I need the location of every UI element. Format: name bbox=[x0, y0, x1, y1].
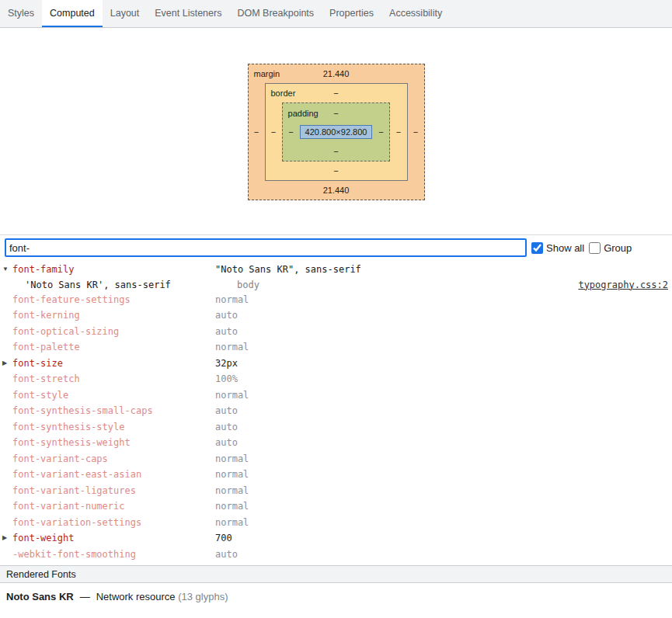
group-checkbox[interactable] bbox=[589, 242, 601, 254]
border-right-value[interactable]: − bbox=[390, 127, 406, 137]
computed-properties-list: ▼ font-family "Noto Sans KR", sans-serif… bbox=[0, 260, 672, 562]
property-value: auto bbox=[215, 419, 238, 436]
computed-filter-bar: Show all Group bbox=[0, 234, 672, 260]
computed-property-row[interactable]: ▶ font-weight 700 bbox=[0, 530, 672, 547]
margin-bottom-value[interactable]: 21.440 bbox=[323, 186, 350, 195]
padding-right-value[interactable]: − bbox=[372, 127, 389, 137]
group-toggle[interactable]: Group bbox=[589, 242, 632, 254]
tab-dom-breakpoints[interactable]: DOM Breakpoints bbox=[229, 0, 322, 27]
property-name: font-size bbox=[12, 356, 215, 372]
rendered-font-source: Network resource bbox=[96, 591, 176, 602]
rendered-font-name: Noto Sans KR bbox=[6, 591, 74, 602]
property-value: auto bbox=[215, 547, 238, 563]
computed-property-row[interactable]: font-variant-numeric normal bbox=[0, 498, 672, 515]
margin-top-value[interactable]: 21.440 bbox=[323, 69, 350, 78]
computed-property-row[interactable]: font-kerning auto bbox=[0, 307, 672, 324]
devtools-sidebar-tabbar: Styles Computed Layout Event Listeners D… bbox=[0, 0, 672, 28]
margin-label: margin bbox=[254, 69, 280, 78]
computed-property-row[interactable]: font-palette normal bbox=[0, 339, 672, 356]
padding-label: padding bbox=[288, 109, 319, 118]
property-name: font-family bbox=[12, 262, 215, 278]
filter-input[interactable] bbox=[5, 238, 527, 257]
computed-property-row[interactable]: -webkit-font-smoothing auto bbox=[0, 547, 672, 563]
margin-left-value[interactable]: − bbox=[249, 127, 265, 137]
expand-arrow-icon[interactable]: ▼ bbox=[2, 262, 11, 278]
tab-computed[interactable]: Computed bbox=[42, 0, 103, 27]
box-model-content-size[interactable]: 420.800×92.800 bbox=[300, 125, 373, 139]
trace-selector: body bbox=[237, 278, 259, 292]
computed-property-row[interactable]: ▼ font-family "Noto Sans KR", sans-serif bbox=[0, 262, 672, 278]
property-name: font-variation-settings bbox=[12, 515, 215, 531]
property-value: "Noto Sans KR", sans-serif bbox=[215, 262, 361, 278]
margin-right-value[interactable]: − bbox=[408, 127, 424, 137]
computed-property-row[interactable]: font-variant-ligatures normal bbox=[0, 483, 672, 499]
computed-property-row[interactable]: font-synthesis-weight auto bbox=[0, 435, 672, 451]
computed-property-row[interactable]: font-synthesis-small-caps auto bbox=[0, 403, 672, 419]
property-value: normal bbox=[215, 515, 249, 531]
computed-property-row[interactable]: font-synthesis-style auto bbox=[0, 419, 672, 436]
border-label: border bbox=[271, 89, 296, 98]
property-value: 32px bbox=[215, 356, 238, 372]
property-name: font-feature-settings bbox=[12, 292, 215, 308]
show-all-toggle[interactable]: Show all bbox=[531, 242, 584, 254]
property-value: normal bbox=[215, 339, 249, 356]
show-all-checkbox[interactable] bbox=[531, 242, 543, 254]
box-model-border: border − − padding − − 420.800×92.800 − bbox=[265, 83, 408, 181]
border-bottom-value[interactable]: − bbox=[333, 166, 338, 175]
border-left-value[interactable]: − bbox=[266, 127, 282, 137]
property-name: font-variant-east-asian bbox=[12, 467, 215, 483]
rendered-font-separator: — bbox=[80, 591, 90, 602]
computed-property-row[interactable]: font-variant-caps normal bbox=[0, 451, 672, 467]
trace-source-link[interactable]: typography.css:2 bbox=[578, 278, 668, 292]
property-value: normal bbox=[215, 498, 249, 515]
box-model-padding: padding − − 420.800×92.800 − − bbox=[282, 102, 391, 161]
expand-arrow-icon[interactable]: ▶ bbox=[2, 530, 11, 547]
property-name: font-variant-ligatures bbox=[12, 483, 215, 499]
property-name: font-style bbox=[12, 387, 215, 404]
tab-event-listeners[interactable]: Event Listeners bbox=[147, 0, 229, 27]
property-name: -webkit-font-smoothing bbox=[12, 547, 215, 563]
property-value: auto bbox=[215, 324, 238, 340]
computed-property-row[interactable]: font-feature-settings normal bbox=[0, 292, 672, 308]
property-name: font-optical-sizing bbox=[12, 324, 215, 340]
computed-property-row[interactable]: ▶ font-size 32px bbox=[0, 356, 672, 372]
property-trace-row: 'Noto Sans KR', sans-serif body typograp… bbox=[0, 278, 672, 292]
property-value: normal bbox=[215, 451, 249, 467]
tab-styles[interactable]: Styles bbox=[0, 0, 42, 27]
property-value: normal bbox=[215, 387, 249, 404]
property-name: font-variant-numeric bbox=[12, 498, 215, 515]
computed-property-row[interactable]: font-stretch 100% bbox=[0, 371, 672, 387]
property-value: auto bbox=[215, 307, 238, 324]
property-value: auto bbox=[215, 403, 238, 419]
property-value: 700 bbox=[215, 530, 232, 547]
expand-arrow-icon[interactable]: ▶ bbox=[2, 356, 11, 372]
padding-left-value[interactable]: − bbox=[283, 127, 300, 137]
box-model-margin: margin 21.440 − border − − padding − bbox=[248, 64, 425, 200]
computed-property-row[interactable]: font-optical-sizing auto bbox=[0, 324, 672, 340]
show-all-label: Show all bbox=[546, 242, 584, 254]
property-value: normal bbox=[215, 467, 249, 483]
rendered-font-item: Noto Sans KR—Network resource (13 glyphs… bbox=[0, 583, 672, 610]
property-value: normal bbox=[215, 483, 249, 499]
padding-bottom-value[interactable]: − bbox=[333, 147, 338, 156]
property-name: font-weight bbox=[12, 530, 215, 547]
tab-accessibility[interactable]: Accessibility bbox=[381, 0, 450, 27]
property-name: font-palette bbox=[12, 339, 215, 356]
computed-property-row[interactable]: font-variation-settings normal bbox=[0, 515, 672, 531]
property-value: 100% bbox=[215, 371, 238, 387]
tab-layout[interactable]: Layout bbox=[103, 0, 148, 27]
property-name: font-stretch bbox=[12, 371, 215, 387]
border-top-value[interactable]: − bbox=[333, 89, 338, 98]
property-name: font-variant-caps bbox=[12, 451, 215, 467]
rendered-font-glyph-count: (13 glyphs) bbox=[178, 591, 228, 602]
property-value: normal bbox=[215, 292, 249, 308]
property-name: font-synthesis-style bbox=[12, 419, 215, 436]
property-name: font-kerning bbox=[12, 307, 215, 324]
trace-value: 'Noto Sans KR', sans-serif bbox=[25, 278, 237, 292]
computed-property-row[interactable]: font-style normal bbox=[0, 387, 672, 404]
rendered-fonts-header: Rendered Fonts bbox=[0, 565, 672, 583]
padding-top-value[interactable]: − bbox=[333, 109, 338, 118]
computed-property-row[interactable]: font-variant-east-asian normal bbox=[0, 467, 672, 483]
tab-properties[interactable]: Properties bbox=[322, 0, 381, 27]
property-value: auto bbox=[215, 435, 238, 451]
